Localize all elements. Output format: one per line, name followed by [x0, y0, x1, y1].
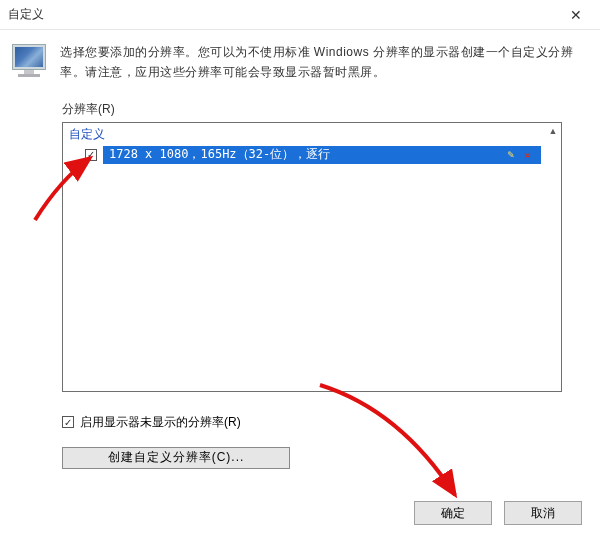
- resolution-listbox[interactable]: ▲ 自定义 1728 x 1080，165Hz（32-位），逐行 ✎ ✕: [62, 122, 562, 392]
- resolution-row[interactable]: 1728 x 1080，165Hz（32-位），逐行 ✎ ✕: [85, 145, 541, 165]
- cancel-button[interactable]: 取消: [504, 501, 582, 525]
- dialog-content: 选择您要添加的分辨率。您可以为不使用标准 Windiows 分辨率的显示器创建一…: [0, 30, 600, 479]
- close-icon: ✕: [570, 7, 582, 23]
- enable-nonlisted-row: 启用显示器未显示的分辨率(R): [62, 414, 588, 431]
- header-row: 选择您要添加的分辨率。您可以为不使用标准 Windiows 分辨率的显示器创建一…: [12, 42, 588, 83]
- dialog-buttons: 确定 取消: [414, 501, 582, 525]
- listbox-inner: 自定义 1728 x 1080，165Hz（32-位），逐行 ✎ ✕: [63, 123, 561, 391]
- close-button[interactable]: ✕: [556, 1, 596, 29]
- monitor-icon: [12, 44, 50, 78]
- list-group-header: 自定义: [63, 123, 561, 145]
- delete-icon[interactable]: ✕: [524, 148, 531, 162]
- resolution-actions: ✎ ✕: [507, 148, 531, 162]
- ok-button[interactable]: 确定: [414, 501, 492, 525]
- resolution-label: 分辨率(R): [62, 101, 588, 118]
- resolution-checkbox[interactable]: [85, 149, 97, 161]
- scroll-up-button[interactable]: ▲: [545, 123, 561, 139]
- enable-nonlisted-label: 启用显示器未显示的分辨率(R): [80, 414, 241, 431]
- titlebar: 自定义 ✕: [0, 0, 600, 30]
- chevron-up-icon: ▲: [549, 126, 558, 136]
- window-title: 自定义: [8, 6, 44, 23]
- edit-icon[interactable]: ✎: [507, 148, 514, 161]
- create-custom-resolution-button[interactable]: 创建自定义分辨率(C)...: [62, 447, 290, 469]
- create-button-row: 创建自定义分辨率(C)...: [62, 447, 588, 469]
- description-text: 选择您要添加的分辨率。您可以为不使用标准 Windiows 分辨率的显示器创建一…: [60, 42, 588, 83]
- enable-nonlisted-checkbox[interactable]: [62, 416, 74, 428]
- resolution-text: 1728 x 1080，165Hz（32-位），逐行: [109, 146, 330, 163]
- resolution-section: 分辨率(R) ▲ 自定义 1728 x 1080，165Hz（32-位），逐行 …: [62, 101, 588, 392]
- resolution-item-label[interactable]: 1728 x 1080，165Hz（32-位），逐行 ✎ ✕: [103, 146, 541, 164]
